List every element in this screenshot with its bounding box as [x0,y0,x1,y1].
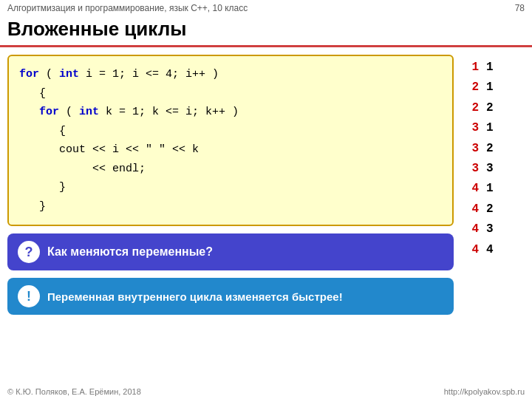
code-line-7: } [19,178,442,197]
output-row: 44 [466,240,525,259]
page-number: 78 [515,3,525,13]
info-text: Переменная внутреннего цикла изменяется … [47,289,343,304]
output-col2: 3 [486,219,499,239]
output-col2: 3 [486,159,499,178]
main-content: for ( int i = 1; i <= 4; i++ ) { for ( i… [0,47,532,315]
output-table: 11212231323341424344 [466,58,525,259]
header-bar: Алгоритмизация и программирование, язык … [0,0,532,16]
code-line-2: { [19,84,442,103]
code-line-4: { [19,122,442,141]
output-col1: 4 [466,240,479,259]
question-icon: ? [18,241,40,263]
output-row: 11 [466,58,525,77]
code-line-3: for ( int k = 1; k <= i; k++ ) [19,103,442,122]
output-col2: 1 [486,78,499,97]
right-panel: 11212231323341424344 [466,55,525,315]
question-text: Как меняются переменные? [47,245,213,259]
output-row: 22 [466,98,525,117]
output-row: 41 [466,179,525,198]
output-col2: 1 [486,118,499,137]
footer-url: http://kpolyakov.spb.ru [444,387,525,396]
output-col1: 1 [466,58,479,77]
subject-label: Алгоритмизация и программирование, язык … [7,3,248,13]
output-col1: 3 [466,159,479,178]
output-col2: 2 [486,139,499,158]
output-col2: 1 [486,179,499,198]
copyright: © К.Ю. Поляков, Е.А. Ерёмин, 2018 [7,387,141,396]
output-row: 31 [466,118,525,137]
code-line-5: cout << i << " " << k [19,140,442,160]
output-col1: 3 [466,139,479,158]
info-icon: ! [18,285,40,307]
output-col2: 4 [486,240,499,259]
output-row: 43 [466,219,525,239]
output-col1: 2 [466,78,479,97]
title-area: Вложенные циклы [0,16,532,47]
output-row: 33 [466,159,525,178]
output-col1: 4 [466,200,479,219]
question-box: ? Как меняются переменные? [7,233,454,270]
output-col2: 1 [486,58,499,77]
output-row: 21 [466,78,525,97]
info-box: ! Переменная внутреннего цикла изменяетс… [7,278,454,315]
code-line-1: for ( int i = 1; i <= 4; i++ ) [19,65,442,84]
output-row: 32 [466,139,525,158]
code-line-8: } [19,197,442,216]
code-line-6: << endl; [19,160,442,179]
page-title: Вложенные циклы [7,18,186,40]
output-col1: 3 [466,118,479,137]
left-panel: for ( int i = 1; i <= 4; i++ ) { for ( i… [7,55,454,315]
output-col1: 4 [466,179,479,198]
output-col2: 2 [486,98,499,117]
output-col1: 4 [466,219,479,239]
footer: © К.Ю. Поляков, Е.А. Ерёмин, 2018 http:/… [7,387,525,396]
code-block: for ( int i = 1; i <= 4; i++ ) { for ( i… [7,55,454,226]
output-col2: 2 [486,200,499,219]
output-col1: 2 [466,98,479,117]
output-row: 42 [466,200,525,219]
